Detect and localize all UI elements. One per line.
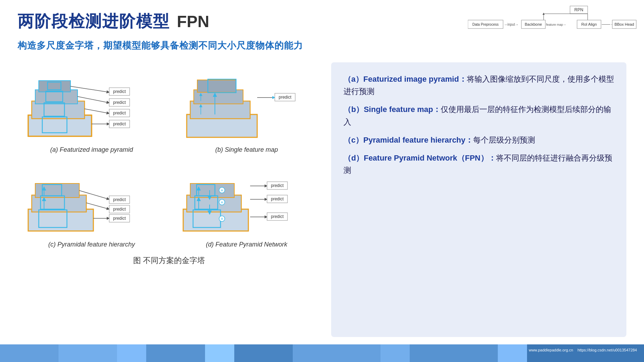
diagram-b: predict (b) Single feature map	[173, 62, 321, 154]
desc-b-bold: （b）Single feature map：	[343, 105, 441, 114]
title-english: FPN	[177, 12, 209, 31]
main-content: 两阶段检测进阶模型 FPN 构造多尺度金字塔，期望模型能够具备检测不同大小尺度物…	[0, 0, 644, 337]
bottom-right-text: www.paddlepaddle.org.cn https://blog.csd…	[529, 348, 637, 352]
diagram-d: + + + predict predict	[173, 157, 321, 248]
svg-text:predict: predict	[113, 121, 126, 126]
right-section: （a）Featurized image pyramid：将输入图像缩放到不同尺度…	[331, 62, 626, 337]
left-section: predict predict predict predict	[18, 62, 321, 337]
subtitle: 构造多尺度金字塔，期望模型能够具备检测不同大小尺度物体的能力	[18, 39, 626, 52]
diagram-a: predict predict predict predict	[18, 62, 166, 154]
diagram-a-label: (a) Featurized image pyramid	[50, 146, 133, 154]
diagram-d-label: (d) Feature Pyramid Network	[206, 241, 287, 248]
desc-c-bold: （c）Pyramidal feature hierarchy：	[343, 136, 473, 144]
svg-text:predict: predict	[271, 183, 284, 188]
svg-text:+: +	[221, 187, 223, 193]
svg-text:predict: predict	[113, 89, 126, 94]
bar-seg-2	[58, 344, 117, 362]
diagram-c-label: (c) Pyramidal feature hierarchy	[48, 241, 135, 248]
website-text: www.paddlepaddle.org.cn	[529, 348, 573, 352]
bar-seg-11	[527, 344, 644, 362]
svg-rect-40	[197, 80, 236, 92]
desc-c-normal: 每个层级分别预测	[473, 136, 535, 144]
svg-line-58	[86, 203, 109, 209]
bar-seg-6	[234, 344, 293, 362]
bar-seg-8	[380, 344, 410, 362]
svg-text:predict: predict	[271, 196, 284, 201]
body-layout: predict predict predict predict	[18, 62, 626, 337]
title-row: 两阶段检测进阶模型 FPN	[18, 11, 626, 32]
svg-text:+: +	[221, 216, 223, 221]
desc-a-bold: （a）Featurized image pyramid：	[343, 75, 467, 83]
desc-item-a: （a）Featurized image pyramid：将输入图像缩放到不同尺度…	[343, 73, 614, 98]
diagram-b-label: (b) Single feature map	[215, 146, 278, 154]
figure-caption: 图 不同方案的金字塔	[133, 255, 205, 266]
desc-d-bold: （d）Feature Pyramid Network（FPN）：	[343, 154, 496, 162]
desc-item-b: （b）Single feature map：仅使用最后一层的特征作为检测模型后续…	[343, 103, 614, 128]
svg-text:predict: predict	[113, 111, 126, 116]
bar-seg-9	[410, 344, 497, 362]
svg-text:predict: predict	[113, 216, 126, 221]
svg-line-22	[85, 109, 109, 113]
bar-seg-4	[146, 344, 205, 362]
diagram-c: predict predict predict	[18, 157, 166, 248]
bar-seg-5	[205, 344, 234, 362]
svg-text:+: +	[221, 199, 223, 205]
bar-seg-3	[117, 344, 146, 362]
svg-text:predict: predict	[113, 197, 126, 202]
bar-seg-10	[498, 344, 527, 362]
bar-seg-1	[0, 344, 58, 362]
bar-segments	[0, 344, 644, 362]
title-chinese: 两阶段检测进阶模型	[18, 11, 170, 32]
bottom-bar: www.paddlepaddle.org.cn https://blog.csd…	[0, 344, 644, 362]
svg-text:predict: predict	[113, 100, 126, 105]
bar-seg-7	[293, 344, 380, 362]
svg-text:predict: predict	[271, 214, 284, 219]
desc-item-c: （c）Pyramidal feature hierarchy：每个层级分别预测	[343, 134, 614, 146]
desc-item-d: （d）Feature Pyramid Network（FPN）：将不同层的特征进…	[343, 152, 614, 176]
diagrams-grid: predict predict predict predict	[18, 62, 321, 248]
reference-text: https://blog.csdn.net/u0013547284	[577, 348, 637, 352]
svg-text:predict: predict	[279, 95, 292, 100]
svg-text:predict: predict	[113, 207, 126, 212]
